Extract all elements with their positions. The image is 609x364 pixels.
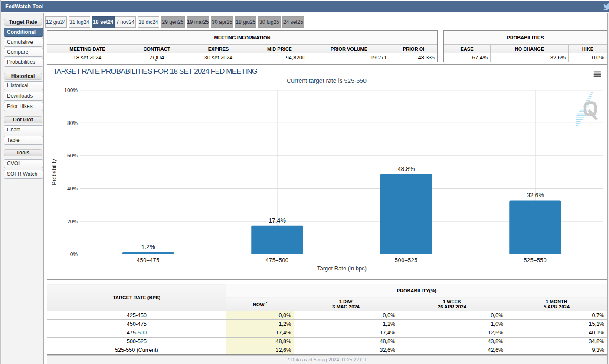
svg-text:Current target rate is 525-550: Current target rate is 525-550 <box>287 77 367 84</box>
svg-text:450–475: 450–475 <box>137 257 160 263</box>
svg-text:60%: 60% <box>67 153 78 159</box>
svg-text:17.4%: 17.4% <box>268 217 286 224</box>
svg-text:1.2%: 1.2% <box>141 243 155 250</box>
svg-text:Target Rate (in bps): Target Rate (in bps) <box>317 265 367 272</box>
svg-text:0%: 0% <box>70 251 78 257</box>
svg-text:100%: 100% <box>64 87 78 93</box>
svg-text:525–550: 525–550 <box>524 257 547 263</box>
svg-text:32.6%: 32.6% <box>527 192 544 199</box>
svg-text:40%: 40% <box>67 186 78 192</box>
svg-text:500–525: 500–525 <box>395 257 418 263</box>
svg-text:TARGET RATE PROBABILITIES FOR: TARGET RATE PROBABILITIES FOR 18 SET 202… <box>53 67 257 75</box>
svg-text:475–500: 475–500 <box>266 257 289 263</box>
svg-text:Probability: Probability <box>51 159 57 185</box>
svg-text:48.8%: 48.8% <box>398 165 415 172</box>
svg-text:80%: 80% <box>67 120 78 126</box>
svg-text:20%: 20% <box>67 219 78 225</box>
